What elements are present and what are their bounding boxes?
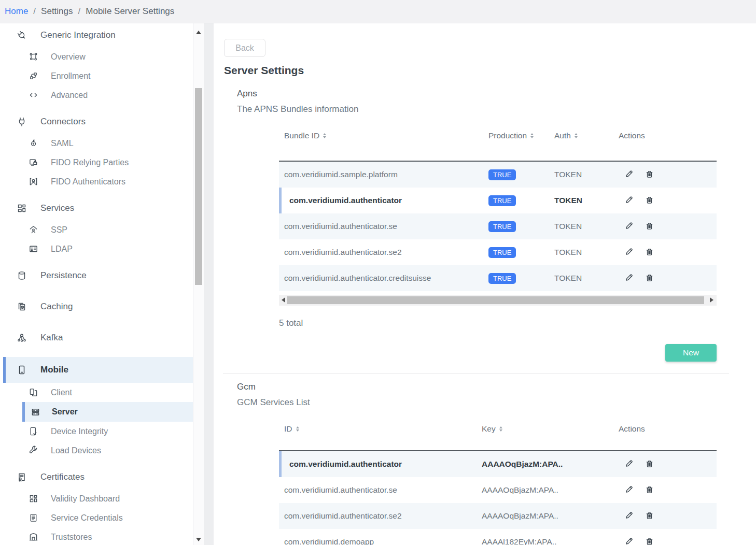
key-cell: AAAAOqBjazM:APA.. (482, 460, 619, 469)
delete-button[interactable] (645, 484, 654, 496)
sidebar-item-load-devices[interactable]: Load Devices (3, 441, 193, 460)
delete-button[interactable] (645, 272, 654, 284)
edit-button[interactable] (624, 195, 634, 206)
gcm-column-header-id[interactable]: ID (279, 424, 482, 434)
sidebar-item-label: FIDO Relying Parties (51, 158, 129, 167)
sidebar-item-certificates[interactable]: Certificates (3, 465, 193, 489)
delete-button[interactable] (645, 221, 654, 232)
table-row[interactable]: com.veridiumid.authenticator.seTRUETOKEN (279, 213, 717, 239)
edit-button[interactable] (624, 221, 634, 232)
delete-button[interactable] (645, 247, 654, 258)
sidebar-item-label: Load Devices (51, 446, 101, 455)
sidebar-item-services[interactable]: Services (3, 196, 193, 220)
sidebar-item-device-integrity[interactable]: Device Integrity (3, 422, 193, 441)
apns-column-header-production[interactable]: Production (488, 131, 554, 140)
delete-button[interactable] (645, 536, 654, 545)
sidebar-item-persistence[interactable]: Persistence (3, 264, 193, 288)
nodes-icon (27, 52, 39, 62)
edit-button[interactable] (624, 272, 634, 284)
actions-cell (619, 458, 717, 470)
table-row[interactable]: com.veridiumid.demoappAAAAl182EyM:APA.. (279, 529, 717, 545)
sidebar-item-service-credentials[interactable]: Service Credentials (3, 508, 193, 527)
sidebar-item-label: SSP (51, 225, 67, 235)
sidebar-item-label: Validity Dashboard (51, 494, 120, 504)
sidebar-item-kafka[interactable]: Kafka (3, 326, 193, 350)
sidebar-scrollbar-thumb[interactable] (195, 88, 202, 285)
apns-section-description: The APNS Bundles information (237, 104, 756, 114)
scroll-right-arrow-icon[interactable] (710, 297, 713, 303)
sidebar-item-label: Overview (51, 52, 86, 62)
apns-horizontal-scrollbar[interactable] (279, 295, 717, 306)
sidebar-item-validity-dashboard[interactable]: Validity Dashboard (3, 489, 193, 508)
sidebar-item-connectors[interactable]: Connectors (3, 110, 193, 134)
table-row[interactable]: com.veridiumid.authenticator.seAAAAOqBja… (279, 477, 717, 503)
trash-icon (645, 510, 654, 522)
edit-button[interactable] (624, 458, 634, 470)
sidebar-item-caching[interactable]: Caching (3, 295, 193, 319)
column-header-label: Actions (619, 131, 645, 140)
breadcrumb-home[interactable]: Home (5, 6, 28, 17)
scroll-up-arrow-icon[interactable] (196, 31, 201, 34)
production-badge: TRUE (488, 221, 516, 232)
card-lock-icon (27, 157, 39, 167)
sidebar-item-enrollment[interactable]: Enrollment (3, 66, 193, 85)
pencil-icon (624, 195, 634, 206)
sidebar-item-client[interactable]: Client (3, 383, 193, 402)
sidebar-scrollbar[interactable] (193, 23, 204, 545)
sidebar-item-server[interactable]: Server (22, 402, 193, 422)
pencil-icon (624, 510, 634, 522)
edit-button[interactable] (624, 536, 634, 545)
sidebar-item-advanced[interactable]: Advanced (3, 85, 193, 105)
delete-button[interactable] (645, 510, 654, 522)
scroll-down-arrow-icon[interactable] (196, 538, 201, 541)
table-row[interactable]: com.veridiumid.sample.platformTRUETOKEN (279, 162, 717, 188)
delete-button[interactable] (645, 458, 654, 470)
breadcrumb-separator: / (78, 6, 81, 17)
pencil-icon (624, 458, 634, 470)
sidebar-item-fido-authenticators[interactable]: FIDO Authenticators (3, 172, 193, 191)
delete-button[interactable] (645, 195, 654, 206)
trash-icon (645, 195, 654, 206)
production-cell: TRUE (488, 221, 554, 232)
breadcrumb-current-page: Mobile Server Settings (86, 6, 174, 17)
edit-button[interactable] (624, 510, 634, 522)
table-row[interactable]: com.veridiumid.authenticator.se2TRUETOKE… (279, 239, 717, 265)
table-row[interactable]: com.veridiumid.authenticator.se2AAAAOqBj… (279, 503, 717, 529)
delete-button[interactable] (645, 169, 654, 180)
sidebar-item-label: LDAP (51, 245, 73, 254)
edit-button[interactable] (624, 169, 634, 180)
apns-section-title: Apns (237, 89, 756, 99)
sidebar-item-ldap[interactable]: LDAP (3, 239, 193, 259)
gcm-section: Gcm GCM Services List IDKeyActions com.v… (224, 382, 756, 545)
table-row[interactable]: com.veridiumid.authenticatorTRUETOKEN (279, 188, 717, 213)
horizontal-scrollbar-thumb[interactable] (287, 296, 704, 304)
production-cell: TRUE (488, 169, 554, 180)
sidebar-item-ssp[interactable]: SSP (3, 220, 193, 239)
breadcrumb-settings[interactable]: Settings (41, 6, 73, 17)
id-card-icon (27, 244, 39, 254)
sidebar-item-generic-integration[interactable]: Generic Integration (3, 23, 193, 47)
apns-column-header-auth[interactable]: Auth (554, 131, 619, 140)
two-phones-icon (27, 388, 39, 397)
pencil-icon (624, 247, 634, 258)
table-row[interactable]: com.veridiumid.authenticator.creditsuiss… (279, 265, 717, 291)
gcm-column-header-key[interactable]: Key (482, 424, 619, 434)
new-button[interactable]: New (665, 344, 717, 362)
sidebar: Generic IntegrationOverviewEnrollmentAdv… (3, 23, 193, 545)
table-row[interactable]: com.veridiumid.authenticatorAAAAOqBjazM:… (279, 451, 717, 477)
sidebar-item-truststores[interactable]: Truststores (3, 527, 193, 545)
phone-icon (16, 365, 28, 375)
edit-button[interactable] (624, 247, 634, 258)
production-badge: TRUE (488, 247, 516, 258)
sidebar-item-saml[interactable]: SAML (3, 134, 193, 153)
back-button[interactable]: Back (224, 39, 265, 57)
sidebar-item-mobile[interactable]: Mobile (3, 357, 193, 383)
edit-button[interactable] (624, 484, 634, 496)
scroll-left-arrow-icon[interactable] (282, 297, 285, 303)
bundle-id-cell: com.veridiumid.authenticator.se2 (279, 248, 488, 257)
sidebar-item-label: Kafka (40, 333, 63, 343)
id-cell: com.veridiumid.authenticator.se (279, 485, 482, 495)
apns-column-header-bundle-id[interactable]: Bundle ID (279, 131, 488, 140)
sidebar-item-overview[interactable]: Overview (3, 47, 193, 66)
sidebar-item-fido-relying-parties[interactable]: FIDO Relying Parties (3, 153, 193, 172)
